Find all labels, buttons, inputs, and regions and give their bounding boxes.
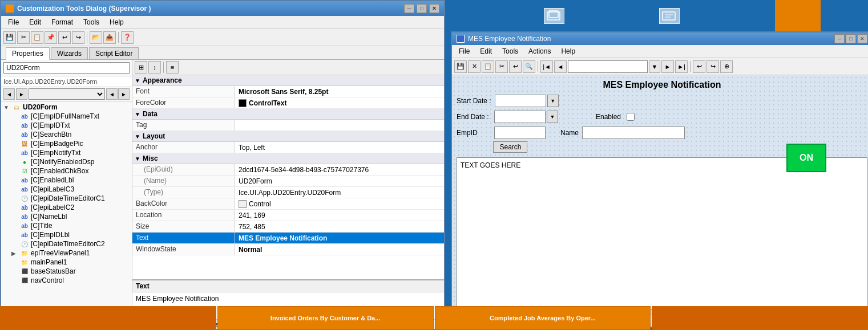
right-tb-search-input[interactable] [568,60,648,73]
tree-item-18[interactable]: ⬛ navControl [2,276,131,285]
nav-back[interactable]: ◄ [3,88,15,100]
right-tb-nav5[interactable]: ►| [675,60,688,73]
search-button[interactable]: Search [493,141,527,153]
window-controls[interactable]: ─ □ ✕ [404,4,439,13]
right-tb-nav1[interactable]: |◄ [540,60,553,73]
tree-item-14[interactable]: 🕐 [C]epiDateTimeEditorC2 [2,239,131,248]
right-tb-6[interactable]: 🔍 [523,60,535,73]
menu-edit[interactable]: Edit [25,17,46,27]
tree-root[interactable]: ▼ 🗂 UD20Form [2,103,131,112]
section-layout[interactable]: ▼ Layout [132,131,444,142]
right-menu-help[interactable]: Help [556,46,580,56]
end-date-input[interactable] [494,111,546,123]
tree-item-0[interactable]: ab [C]EmpIDFullNameTxt [2,112,131,121]
prop-text[interactable]: Text MES Employee Notification [132,233,444,244]
right-menu-tools[interactable]: Tools [498,46,523,56]
right-tb-5[interactable]: ↩ [509,60,522,73]
menu-help[interactable]: Help [105,17,128,27]
root-icon: 🗂 [12,103,21,111]
right-tb-nav2[interactable]: ◄ [554,60,567,73]
tab-properties[interactable]: Properties [6,47,50,60]
tree-view[interactable]: ▼ 🗂 UD20Form ab [C]EmpIDFullNameTxt ab [… [1,101,132,308]
menu-format[interactable]: Format [47,17,78,27]
section-misc[interactable]: ▼ Misc [132,153,444,164]
end-date-dropdown[interactable]: ▼ [547,111,558,123]
tb-paste[interactable]: 📌 [45,31,57,44]
right-tb-4[interactable]: ✂ [495,60,508,73]
taskbar-btn-1[interactable]: Invoiced Orders By Customer & Da... [217,306,434,330]
section-appearance[interactable]: ▼ Appearance [132,75,444,86]
taskbar-btn-3[interactable] [652,306,868,330]
tb-export[interactable]: 📤 [103,31,116,44]
close-button[interactable]: ✕ [429,4,439,13]
tree-item-2[interactable]: ab [C]SearchBtn [2,130,131,139]
tree-item-1[interactable]: ab [C]EmpIDTxt [2,121,131,130]
empid-input[interactable] [494,127,546,139]
section-data[interactable]: ▼ Data [132,109,444,120]
tb-undo[interactable]: ↩ [58,31,71,44]
right-tb-1[interactable]: 💾 [454,60,467,73]
tb-save[interactable]: 💾 [3,31,16,44]
nav-next[interactable]: ► [118,88,130,100]
tree-item-6[interactable]: ☑ [C]EnabledChkBox [2,166,131,176]
right-menu-actions[interactable]: Actions [524,46,555,56]
tree-item-16[interactable]: 📁 mainPanel1 [2,258,131,267]
tree-item-12[interactable]: ab [C]Title [2,221,131,230]
menu-tools[interactable]: Tools [79,17,104,27]
right-maximize[interactable]: □ [846,34,856,43]
right-minimize[interactable]: ─ [834,34,845,43]
maximize-button[interactable]: □ [417,4,427,13]
nav-dropdown[interactable] [29,88,105,100]
tab-script-editor[interactable]: Script Editor [89,47,139,59]
minimize-button[interactable]: ─ [404,4,414,13]
tb-redo[interactable]: ↪ [72,31,84,44]
enabled-checkbox[interactable] [627,113,635,121]
nav-forward[interactable]: ► [16,88,27,100]
text-area[interactable]: TEXT GOES HERE [457,157,867,310]
section-misc-label: Misc [143,154,158,162]
right-tb-r1[interactable]: ↩ [693,60,705,73]
backcolor-swatch [239,200,247,208]
right-tb-r2[interactable]: ↪ [706,60,719,73]
props-btn-3[interactable]: ≡ [166,61,179,74]
tree-item-13[interactable]: ab [C]EmpIDLbl [2,230,131,239]
start-date-input[interactable] [495,95,546,107]
tb-open[interactable]: 📂 [90,31,102,44]
right-menu-file[interactable]: File [454,46,474,56]
tree-item-11[interactable]: ab [C]NameLbl [2,212,131,221]
tree-item-15[interactable]: ▶ 📁 epiTreeViewPanel1 [2,248,131,258]
props-toolbar: ⊞ ↕ ≡ [132,60,444,75]
taskbar-btn-0[interactable] [0,306,216,330]
start-date-dropdown[interactable]: ▼ [547,95,559,107]
tree-item-9[interactable]: 🕐 [C]epiDateTimeEditorC1 [2,194,131,203]
tree-item-5[interactable]: ● [C]NotifyEnabledDsp [2,157,131,166]
right-window-controls[interactable]: ─ □ ✕ [834,34,867,43]
props-btn-1[interactable]: ⊞ [135,61,147,74]
tb-copy[interactable]: 📋 [31,31,43,44]
name-input[interactable] [582,127,685,139]
tree-item-8[interactable]: ab [C]epiLabelC3 [2,185,131,194]
expand-15: ▶ [11,250,18,256]
tree-item-4[interactable]: ab [C]EmpNotifyTxt [2,148,131,157]
tb-help[interactable]: ❓ [121,31,134,44]
tb-cut[interactable]: ✂ [17,31,30,44]
props-btn-2[interactable]: ↕ [148,61,161,74]
menu-file[interactable]: File [3,17,23,27]
right-close[interactable]: ✕ [857,34,867,43]
right-tb-nav4[interactable]: ► [661,60,674,73]
tree-item-3[interactable]: 🖼 [C]EmpBadgePic [2,139,131,148]
tree-item-17[interactable]: ⬛ baseStatusBar [2,267,131,276]
right-tb-2[interactable]: ✕ [468,60,481,73]
tab-wizards[interactable]: Wizards [51,47,88,59]
right-tb-r3[interactable]: ⊕ [720,60,733,73]
tree-item-7[interactable]: ab [C]EnabledLbl [2,176,131,185]
tree-label-18: navControl [31,276,64,284]
nav-prev[interactable]: ◄ [106,88,118,100]
tree-item-10[interactable]: ab [C]epiLabelC2 [2,203,131,212]
right-tb-nav3[interactable]: ▼ [649,60,660,73]
right-tb-3[interactable]: 📋 [482,60,494,73]
right-menu-edit[interactable]: Edit [475,46,496,56]
taskbar-btn-2[interactable]: Completed Job Averages By Oper... [435,306,651,330]
form-selector-input[interactable] [3,62,130,74]
on-button[interactable]: ON [786,144,826,172]
